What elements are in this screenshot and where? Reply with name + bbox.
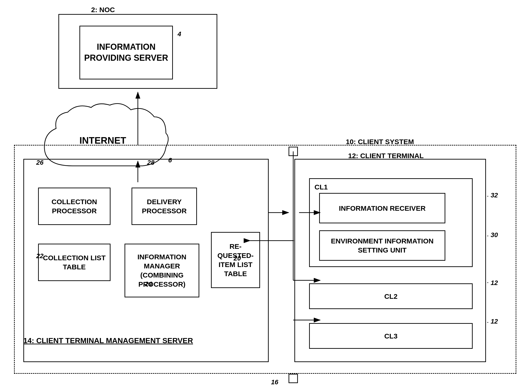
ref-22: 22 — [36, 252, 43, 260]
ref-26: 26 — [36, 159, 43, 166]
network-port-bottom — [289, 374, 298, 383]
ctms-label-text: 14: CLIENT TERMINAL MANAGEMENT SERVER — [23, 336, 193, 345]
delivery-processor-text: DELIVERY PROCESSOR — [132, 197, 196, 215]
info-manager-box: INFORMATION MANAGER (COMBINING PROCESSOR… — [125, 244, 199, 297]
collection-list-text: COLLECTION LIST TABLE — [39, 253, 110, 271]
network-port-top — [289, 147, 298, 156]
cl2-text: CL2 — [384, 292, 398, 301]
ref-24: 24 — [145, 280, 152, 288]
info-receiver-text: INFORMATION RECEIVER — [339, 204, 425, 213]
ref-32: 32 — [491, 191, 498, 199]
cl3-box: CL3 — [309, 323, 473, 349]
ref-16: 16 — [271, 378, 278, 386]
client-terminal-label: 12: CLIENT TERMINAL — [348, 152, 424, 160]
env-info-text: ENVIRONMENT INFORMATION SETTING UNIT — [320, 236, 445, 255]
ctms-box: COLLECTION PROCESSOR COLLECTION LIST TAB… — [23, 159, 269, 362]
info-server-text: INFORMATION PROVIDING SERVER — [80, 42, 172, 64]
collection-processor-box: COLLECTION PROCESSOR — [38, 188, 111, 225]
ctms-label: 14: CLIENT TERMINAL MANAGEMENT SERVER — [23, 336, 193, 345]
cl3-text: CL3 — [384, 331, 398, 341]
collection-processor-text: COLLECTION PROCESSOR — [39, 197, 110, 215]
cl1-box: CL1 INFORMATION RECEIVER ENVIRONMENT INF… — [309, 178, 473, 267]
ref-4: 4 — [177, 30, 181, 38]
delivery-processor-box: DELIVERY PROCESSOR — [131, 188, 197, 225]
cl1-label: CL1 — [314, 182, 328, 191]
cl2-box: CL2 — [309, 283, 473, 309]
ref-28: 28 — [147, 159, 154, 166]
client-terminal-box: CL1 INFORMATION RECEIVER ENVIRONMENT INF… — [294, 159, 486, 362]
diagram-container: 2: NOC 4 INFORMATION PROVIDING SERVER IN… — [0, 0, 532, 392]
ref-20: 20 — [234, 255, 241, 262]
svg-text:INTERNET: INTERNET — [79, 135, 126, 145]
collection-list-table-box: COLLECTION LIST TABLE — [38, 244, 111, 281]
ref-12-cl3: 12 — [491, 318, 498, 325]
info-manager-text: INFORMATION MANAGER (COMBINING PROCESSOR… — [125, 252, 199, 289]
info-receiver-box: INFORMATION RECEIVER — [319, 193, 445, 223]
ref-12-cl2: 12 — [491, 279, 498, 287]
noc-label: 2: NOC — [91, 6, 115, 14]
env-info-box: ENVIRONMENT INFORMATION SETTING UNIT — [319, 230, 445, 261]
client-system-label: 10: CLIENT SYSTEM — [346, 138, 414, 146]
ref-30: 30 — [491, 231, 498, 239]
info-server-box: INFORMATION PROVIDING SERVER — [79, 26, 173, 79]
